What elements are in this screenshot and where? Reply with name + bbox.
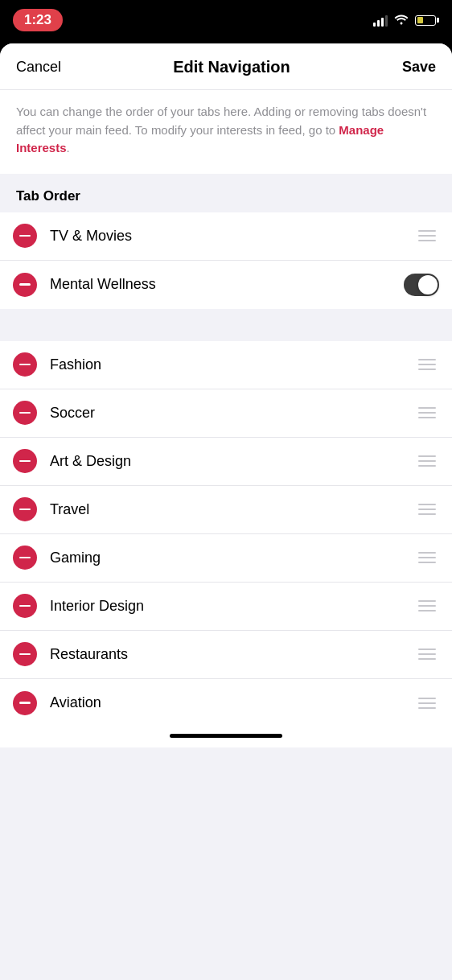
section-gap xyxy=(0,309,452,325)
items-list: Fashion Soccer Art & Design xyxy=(0,341,452,727)
remove-button[interactable] xyxy=(13,691,37,715)
item-label: TV & Movies xyxy=(50,228,415,245)
remove-button[interactable] xyxy=(13,401,37,425)
wifi-icon xyxy=(394,14,409,27)
drag-handle[interactable] xyxy=(415,356,439,373)
list-item: Aviation xyxy=(0,679,452,727)
main-card: Cancel Edit Navigation Save You can chan… xyxy=(0,43,452,980)
description-text: You can change the order of your tabs he… xyxy=(16,103,436,158)
home-bar xyxy=(170,734,282,738)
battery-icon xyxy=(415,15,439,26)
list-item: Fashion xyxy=(0,341,452,389)
list-item: Gaming xyxy=(0,534,452,583)
item-label: Gaming xyxy=(50,550,415,566)
remove-button[interactable] xyxy=(13,594,37,618)
toggle-knob xyxy=(418,275,438,294)
remove-button[interactable] xyxy=(13,273,37,297)
item-label: Travel xyxy=(50,501,415,518)
list-item: TV & Movies xyxy=(0,212,452,261)
remove-button[interactable] xyxy=(13,642,37,666)
page-title: Edit Navigation xyxy=(173,58,290,76)
list-item: Mental Wellness xyxy=(0,261,452,309)
drag-handle[interactable] xyxy=(415,227,439,245)
section-header: Tab Order xyxy=(0,174,452,212)
remove-button[interactable] xyxy=(13,546,37,570)
remove-button[interactable] xyxy=(13,352,37,377)
drag-handle[interactable] xyxy=(415,597,439,615)
drag-handle[interactable] xyxy=(415,404,439,422)
description-area: You can change the order of your tabs he… xyxy=(0,90,452,174)
status-icons xyxy=(373,14,439,27)
item-label: Restaurants xyxy=(50,646,415,663)
remove-button[interactable] xyxy=(13,449,37,473)
section-title: Tab Order xyxy=(16,188,80,204)
list-item: Soccer xyxy=(0,389,452,438)
toggle-switch[interactable] xyxy=(404,274,439,296)
drag-handle[interactable] xyxy=(415,452,439,470)
signal-icon xyxy=(373,14,388,27)
drag-handle[interactable] xyxy=(415,549,439,566)
drag-handle[interactable] xyxy=(415,694,439,712)
cancel-button[interactable]: Cancel xyxy=(16,59,61,76)
status-time: 1:23 xyxy=(13,9,63,31)
nav-bar: Cancel Edit Navigation Save xyxy=(0,43,452,90)
drag-handle[interactable] xyxy=(415,645,439,663)
list-item: Restaurants xyxy=(0,631,452,679)
remove-button[interactable] xyxy=(13,497,37,521)
item-label: Aviation xyxy=(50,694,415,711)
status-bar: 1:23 xyxy=(0,0,452,40)
home-indicator xyxy=(0,727,452,747)
remove-button[interactable] xyxy=(13,224,37,248)
item-label: Interior Design xyxy=(50,598,415,615)
item-label: Fashion xyxy=(50,356,415,373)
item-label: Art & Design xyxy=(50,453,415,470)
top-items-list: TV & Movies Mental Wellness xyxy=(0,212,452,309)
list-item: Art & Design xyxy=(0,438,452,486)
item-label: Soccer xyxy=(50,405,415,422)
list-item: Interior Design xyxy=(0,583,452,631)
save-button[interactable]: Save xyxy=(402,59,436,76)
list-item: Travel xyxy=(0,486,452,534)
item-label: Mental Wellness xyxy=(50,276,404,293)
drag-handle[interactable] xyxy=(415,500,439,518)
